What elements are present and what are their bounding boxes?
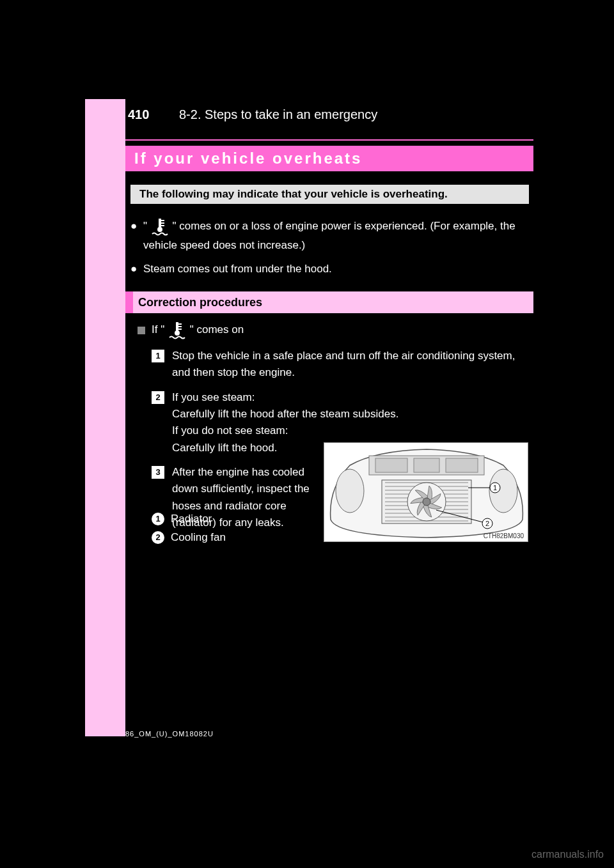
svg-point-4 xyxy=(157,227,162,232)
callout-2: 2 Cooling fan xyxy=(152,529,299,547)
step-1-text: Stop the vehicle in a safe place and tur… xyxy=(172,348,529,382)
svg-rect-7 xyxy=(178,326,182,327)
callout-number-1: 1 xyxy=(152,513,164,525)
engine-temp-icon xyxy=(168,321,187,340)
divider xyxy=(125,139,533,141)
watermark: carmanuals.info xyxy=(531,849,604,860)
svg-rect-14 xyxy=(414,458,439,472)
svg-rect-0 xyxy=(159,219,161,228)
svg-point-9 xyxy=(175,330,180,336)
bullet-1-pre: " xyxy=(143,220,147,232)
figure-code: CTH82BM030 xyxy=(484,532,524,539)
svg-text:2: 2 xyxy=(485,520,489,527)
bullet-marker: ● xyxy=(130,217,143,235)
engine-temp-icon xyxy=(150,217,169,236)
overheat-indicators: ● " " comes on or a loss of engine power… xyxy=(130,211,529,277)
callout-2-label: Cooling fan xyxy=(171,529,226,547)
bullet-1-post: " comes on or a loss of engine power is … xyxy=(143,220,516,251)
proc-heading-pre: If " xyxy=(152,323,164,336)
step-1: 1 Stop the vehicle in a safe place and t… xyxy=(138,348,529,382)
svg-text:1: 1 xyxy=(493,484,497,492)
svg-rect-6 xyxy=(178,323,182,325)
svg-rect-2 xyxy=(161,222,164,224)
step-number-2: 2 xyxy=(152,391,164,404)
svg-point-29 xyxy=(423,498,430,506)
step-2b: Carefully lift the hood after the steam … xyxy=(172,406,529,422)
subheader-label: Correction procedures xyxy=(138,296,262,309)
intro-box: The following may indicate that your veh… xyxy=(130,185,529,204)
bullet-2: ● Steam comes out from under the hood. xyxy=(130,260,529,277)
proc-heading-post: " comes on xyxy=(190,323,244,336)
svg-rect-15 xyxy=(446,458,478,472)
square-marker xyxy=(138,327,145,334)
page-title: If your vehicle overheats xyxy=(125,146,533,171)
bullet-marker: ● xyxy=(130,260,143,277)
procedure-heading: If " " comes on xyxy=(138,321,529,340)
svg-rect-13 xyxy=(375,458,407,472)
svg-rect-1 xyxy=(161,220,164,221)
bullet-1-text: " " comes on or a loss of engine power i… xyxy=(143,217,529,254)
subheader-accent xyxy=(125,291,133,313)
svg-rect-5 xyxy=(176,322,178,331)
svg-rect-3 xyxy=(161,225,164,226)
proc-heading-text: If " " comes on xyxy=(152,321,244,340)
callout-1-label: Radiator xyxy=(171,510,212,529)
step-2a: If you see steam: xyxy=(172,389,529,406)
bullet-1: ● " " comes on or a loss of engine power… xyxy=(130,217,529,254)
manual-page: 410 8-2. Steps to take in an emergency I… xyxy=(0,0,614,868)
callout-1: 1 Radiator xyxy=(152,510,299,529)
bullet-2-text: Steam comes out from under the hood. xyxy=(143,260,529,277)
step-number-3: 3 xyxy=(152,466,164,479)
footer-code: 86_OM_(U)_OM18082U xyxy=(125,730,214,738)
sidebar-accent xyxy=(85,99,125,736)
section-label: 8-2. Steps to take in an emergency xyxy=(179,107,377,122)
subheader-correction: Correction procedures xyxy=(125,291,533,313)
callout-number-2: 2 xyxy=(152,531,164,544)
step-number-1: 1 xyxy=(152,350,164,362)
engine-diagram: 1 2 CTH82BM030 xyxy=(324,442,528,542)
figure-callouts: 1 Radiator 2 Cooling fan xyxy=(152,510,299,547)
page-number: 410 xyxy=(128,107,149,122)
step-2c: If you do not see steam: xyxy=(172,422,529,439)
svg-rect-8 xyxy=(178,329,182,330)
svg-point-10 xyxy=(336,469,364,513)
